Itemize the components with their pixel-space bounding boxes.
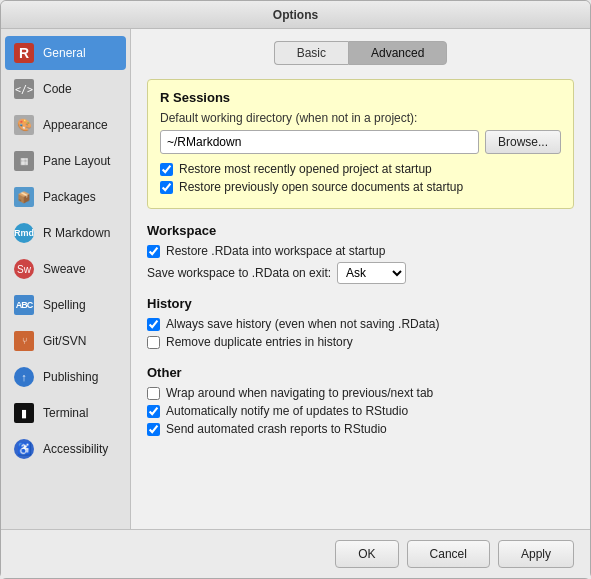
send-crash-label: Send automated crash reports to RStudio bbox=[166, 422, 387, 436]
sidebar-item-code[interactable]: </> Code bbox=[5, 72, 126, 106]
accessibility-icon: ♿ bbox=[13, 438, 35, 460]
window-title: Options bbox=[11, 8, 580, 22]
options-window: Options R General </> Code 🎨 App bbox=[0, 0, 591, 579]
sidebar-label-r-markdown: R Markdown bbox=[43, 226, 110, 240]
sidebar-item-sweave[interactable]: Sw Sweave bbox=[5, 252, 126, 286]
tab-basic[interactable]: Basic bbox=[274, 41, 348, 65]
r-sessions-section: R Sessions Default working directory (wh… bbox=[147, 79, 574, 209]
history-title: History bbox=[147, 296, 574, 311]
restore-docs-label: Restore previously open source documents… bbox=[179, 180, 463, 194]
sidebar-item-pane-layout[interactable]: ▦ Pane Layout bbox=[5, 144, 126, 178]
code-icon: </> bbox=[13, 78, 35, 100]
sidebar: R General </> Code 🎨 Appearance ▦ bbox=[1, 29, 131, 529]
sidebar-item-git-svn[interactable]: ⑂ Git/SVN bbox=[5, 324, 126, 358]
main-content: Basic Advanced R Sessions Default workin… bbox=[131, 29, 590, 529]
save-workspace-select[interactable]: Ask Always Never bbox=[337, 262, 406, 284]
sidebar-label-pane-layout: Pane Layout bbox=[43, 154, 110, 168]
apply-button[interactable]: Apply bbox=[498, 540, 574, 568]
auto-notify-checkbox[interactable] bbox=[147, 405, 160, 418]
terminal-icon: ▮ bbox=[13, 402, 35, 424]
restore-project-row: Restore most recently opened project at … bbox=[160, 162, 561, 176]
appearance-icon: 🎨 bbox=[13, 114, 35, 136]
ok-button[interactable]: OK bbox=[335, 540, 398, 568]
sweave-icon: Sw bbox=[13, 258, 35, 280]
publishing-icon: ↑ bbox=[13, 366, 35, 388]
title-bar: Options bbox=[1, 1, 590, 29]
send-crash-checkbox[interactable] bbox=[147, 423, 160, 436]
sidebar-item-packages[interactable]: 📦 Packages bbox=[5, 180, 126, 214]
tab-bar: Basic Advanced bbox=[147, 41, 574, 65]
cancel-button[interactable]: Cancel bbox=[407, 540, 490, 568]
always-save-history-row: Always save history (even when not savin… bbox=[147, 317, 574, 331]
remove-duplicates-label: Remove duplicate entries in history bbox=[166, 335, 353, 349]
browse-button[interactable]: Browse... bbox=[485, 130, 561, 154]
footer: OK Cancel Apply bbox=[1, 529, 590, 578]
restore-docs-row: Restore previously open source documents… bbox=[160, 180, 561, 194]
other-section: Other Wrap around when navigating to pre… bbox=[147, 365, 574, 440]
restore-project-checkbox[interactable] bbox=[160, 163, 173, 176]
workspace-title: Workspace bbox=[147, 223, 574, 238]
history-section: History Always save history (even when n… bbox=[147, 296, 574, 353]
spelling-icon: ABC bbox=[13, 294, 35, 316]
sidebar-label-git-svn: Git/SVN bbox=[43, 334, 86, 348]
restore-rdata-checkbox[interactable] bbox=[147, 245, 160, 258]
wrap-around-checkbox[interactable] bbox=[147, 387, 160, 400]
wrap-around-label: Wrap around when navigating to previous/… bbox=[166, 386, 433, 400]
sidebar-label-accessibility: Accessibility bbox=[43, 442, 108, 456]
r-icon: R bbox=[13, 42, 35, 64]
r-sessions-dir-label: Default working directory (when not in a… bbox=[160, 111, 561, 125]
sidebar-label-code: Code bbox=[43, 82, 72, 96]
r-sessions-title: R Sessions bbox=[160, 90, 561, 105]
always-save-history-checkbox[interactable] bbox=[147, 318, 160, 331]
sidebar-item-spelling[interactable]: ABC Spelling bbox=[5, 288, 126, 322]
dir-input[interactable] bbox=[160, 130, 479, 154]
sidebar-label-spelling: Spelling bbox=[43, 298, 86, 312]
git-svn-icon: ⑂ bbox=[13, 330, 35, 352]
pane-layout-icon: ▦ bbox=[13, 150, 35, 172]
dir-row: Browse... bbox=[160, 130, 561, 154]
sidebar-item-accessibility[interactable]: ♿ Accessibility bbox=[5, 432, 126, 466]
sidebar-label-terminal: Terminal bbox=[43, 406, 88, 420]
sidebar-item-terminal[interactable]: ▮ Terminal bbox=[5, 396, 126, 430]
save-workspace-label: Save workspace to .RData on exit: bbox=[147, 266, 331, 280]
sidebar-item-general[interactable]: R General bbox=[5, 36, 126, 70]
always-save-history-label: Always save history (even when not savin… bbox=[166, 317, 439, 331]
auto-notify-label: Automatically notify me of updates to RS… bbox=[166, 404, 408, 418]
restore-project-label: Restore most recently opened project at … bbox=[179, 162, 432, 176]
sidebar-label-publishing: Publishing bbox=[43, 370, 98, 384]
wrap-around-row: Wrap around when navigating to previous/… bbox=[147, 386, 574, 400]
window-body: R General </> Code 🎨 Appearance ▦ bbox=[1, 29, 590, 529]
auto-notify-row: Automatically notify me of updates to RS… bbox=[147, 404, 574, 418]
sidebar-item-r-markdown[interactable]: Rmd R Markdown bbox=[5, 216, 126, 250]
sidebar-label-packages: Packages bbox=[43, 190, 96, 204]
sidebar-item-publishing[interactable]: ↑ Publishing bbox=[5, 360, 126, 394]
remove-duplicates-checkbox[interactable] bbox=[147, 336, 160, 349]
sidebar-label-appearance: Appearance bbox=[43, 118, 108, 132]
restore-rdata-label: Restore .RData into workspace at startup bbox=[166, 244, 385, 258]
sidebar-label-general: General bbox=[43, 46, 86, 60]
tab-advanced[interactable]: Advanced bbox=[348, 41, 447, 65]
sidebar-item-appearance[interactable]: 🎨 Appearance bbox=[5, 108, 126, 142]
sidebar-label-sweave: Sweave bbox=[43, 262, 86, 276]
packages-icon: 📦 bbox=[13, 186, 35, 208]
restore-rdata-row: Restore .RData into workspace at startup bbox=[147, 244, 574, 258]
save-workspace-row: Save workspace to .RData on exit: Ask Al… bbox=[147, 262, 574, 284]
send-crash-row: Send automated crash reports to RStudio bbox=[147, 422, 574, 436]
other-title: Other bbox=[147, 365, 574, 380]
rmd-icon: Rmd bbox=[13, 222, 35, 244]
remove-duplicates-row: Remove duplicate entries in history bbox=[147, 335, 574, 349]
workspace-section: Workspace Restore .RData into workspace … bbox=[147, 223, 574, 284]
restore-docs-checkbox[interactable] bbox=[160, 181, 173, 194]
